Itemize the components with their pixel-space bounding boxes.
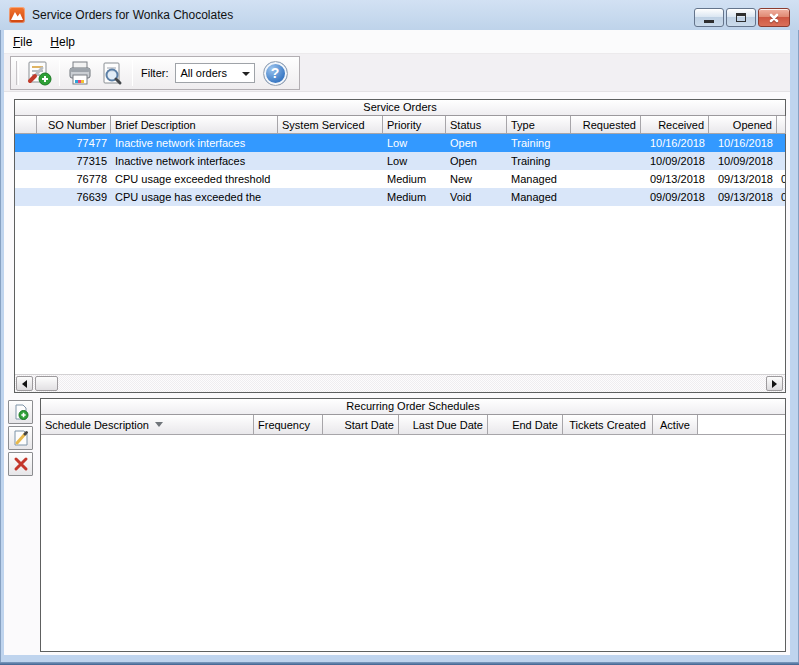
description-cell: Inactive network interfaces [111,155,278,167]
minimize-button[interactable] [694,8,724,27]
partial-cell: 0 [777,191,785,203]
app-icon [9,7,25,23]
toolbar-separator [59,60,60,86]
menu-bar: File Help [4,30,790,54]
description-cell: CPU usage has exceeded the [111,191,278,203]
received-cell: 09/09/2018 [641,191,709,203]
so-number-cell: 76639 [37,191,111,203]
column-header-schedule-description[interactable]: Schedule Description [41,415,254,435]
priority-cell: Low [383,137,446,149]
status-cell: Open [446,137,507,149]
so-number-cell: 76778 [37,173,111,185]
column-header-system-serviced[interactable]: System Serviced [278,116,383,134]
partial-cell: 0 [777,173,785,185]
priority-cell: Low [383,155,446,167]
column-header-start-date[interactable]: Start Date [323,415,399,435]
column-header-partial[interactable] [777,116,786,134]
type-cell: Training [507,155,571,167]
opened-cell: 10/16/2018 [709,137,777,149]
so-number-cell: 77315 [37,155,111,167]
scroll-left-button[interactable] [16,376,33,391]
schedules-group-header: Recurring Order Schedules [41,399,785,415]
column-header-opened[interactable]: Opened [709,116,777,134]
opened-cell: 09/13/2018 [709,191,777,203]
close-icon [767,11,781,25]
table-row[interactable]: 77315 Inactive network interfaces Low Op… [15,152,785,170]
scroll-right-button[interactable] [766,376,783,391]
help-button[interactable]: ? [263,61,288,86]
delete-schedule-button[interactable] [8,452,33,476]
column-header-tickets-created[interactable]: Tickets Created [563,415,653,435]
column-header-type[interactable]: Type [507,116,571,134]
minimize-icon [704,20,714,23]
column-header-requested[interactable]: Requested [571,116,641,134]
type-cell: Training [507,137,571,149]
table-row[interactable]: 76639 CPU usage has exceeded the Medium … [15,188,785,206]
status-cell: New [446,173,507,185]
horizontal-scrollbar[interactable] [15,374,785,392]
received-cell: 10/16/2018 [641,137,709,149]
received-cell: 10/09/2018 [641,155,709,167]
received-cell: 09/13/2018 [641,173,709,185]
add-schedule-button[interactable] [8,400,33,424]
column-header-frequency[interactable]: Frequency [254,415,323,435]
edit-pencil-icon [12,429,30,447]
column-header-last-due-date[interactable]: Last Due Date [399,415,488,435]
column-header-indicator[interactable] [15,116,37,134]
close-button[interactable] [758,8,790,27]
toolbar-gripper[interactable] [16,61,19,85]
new-service-order-button[interactable] [23,58,55,88]
edit-schedule-button[interactable] [8,426,33,450]
schedules-empty-area [41,435,785,651]
service-orders-header-row: SO Number Brief Description System Servi… [15,116,785,134]
title-bar[interactable]: Service Orders for Wonka Chocolates [0,0,799,30]
service-orders-grid: Service Orders SO Number Brief Descripti… [14,99,786,393]
opened-cell: 10/09/2018 [709,155,777,167]
sort-desc-icon [155,422,163,427]
toolbar-row: Filter: All orders ? [4,54,790,92]
maximize-icon [736,13,746,22]
new-service-order-icon [25,59,53,87]
print-button[interactable] [64,58,96,88]
print-preview-icon [98,59,126,87]
client-area: File Help [4,30,790,655]
schedules-header-row: Schedule Description Frequency Start Dat… [41,415,785,435]
column-header-status[interactable]: Status [446,116,507,134]
schedules-grid: Recurring Order Schedules Schedule Descr… [40,398,786,652]
chevron-down-icon [242,72,250,76]
status-cell: Void [446,191,507,203]
schedule-description-label: Schedule Description [45,419,149,431]
description-cell: Inactive network interfaces [111,137,278,149]
status-cell: Open [446,155,507,167]
description-cell: CPU usage exceeded threshold [111,173,278,185]
priority-cell: Medium [383,173,446,185]
print-preview-button[interactable] [96,58,128,88]
add-icon [12,403,30,421]
column-header-end-date[interactable]: End Date [488,415,563,435]
print-icon [66,59,94,87]
filter-dropdown[interactable]: All orders [175,63,255,83]
toolbar-separator [132,60,133,86]
service-orders-empty-area [15,206,785,374]
menu-file[interactable]: File [4,32,41,52]
menu-help[interactable]: Help [41,32,84,52]
filter-value: All orders [181,67,227,79]
column-header-so-number[interactable]: SO Number [37,116,111,134]
table-row[interactable]: 77477 Inactive network interfaces Low Op… [15,134,785,152]
window-title: Service Orders for Wonka Chocolates [32,8,233,22]
type-cell: Managed [507,191,571,203]
toolbar: Filter: All orders ? [10,56,300,90]
so-number-cell: 77477 [37,137,111,149]
scrollbar-thumb[interactable] [35,376,58,391]
column-header-brief-description[interactable]: Brief Description [111,116,278,134]
arrow-right-icon [772,380,777,388]
column-header-priority[interactable]: Priority [383,116,446,134]
maximize-button[interactable] [726,8,756,27]
filter-label: Filter: [141,67,169,79]
table-row[interactable]: 76778 CPU usage exceeded threshold Mediu… [15,170,785,188]
column-header-active[interactable]: Active [653,415,698,435]
help-icon: ? [271,65,280,81]
priority-cell: Medium [383,191,446,203]
type-cell: Managed [507,173,571,185]
column-header-received[interactable]: Received [641,116,709,134]
